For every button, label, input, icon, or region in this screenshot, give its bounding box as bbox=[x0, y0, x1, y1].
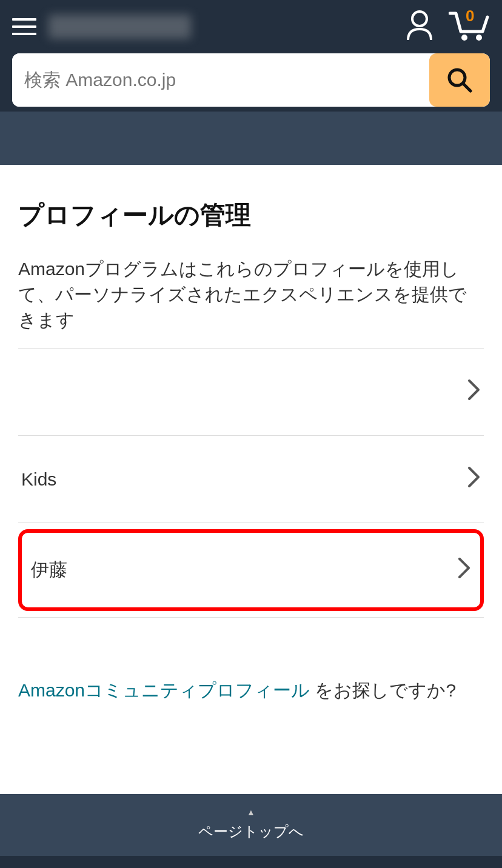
profile-item-0[interactable] bbox=[18, 349, 484, 436]
svg-point-2 bbox=[476, 35, 482, 41]
profile-item-kids[interactable]: Kids bbox=[18, 436, 484, 523]
profile-name: Kids bbox=[21, 469, 56, 490]
logo[interactable] bbox=[49, 15, 191, 39]
footer-links: Amazonトップ マイストア bbox=[0, 856, 502, 868]
profile-list: Kids 伊藤 bbox=[18, 348, 484, 611]
search-bar bbox=[12, 53, 490, 112]
page-title: プロフィールの管理 bbox=[18, 198, 484, 232]
page-top-label: ページトップへ bbox=[198, 823, 304, 840]
header: 0 bbox=[0, 0, 502, 165]
hamburger-menu-icon[interactable] bbox=[12, 13, 36, 40]
community-after-text: をお探しですか? bbox=[310, 680, 456, 700]
cart-count: 0 bbox=[466, 7, 474, 25]
svg-line-4 bbox=[463, 84, 470, 91]
header-bottom-bar bbox=[0, 112, 502, 165]
profile-item-ito[interactable]: 伊藤 bbox=[18, 529, 484, 611]
triangle-up-icon: ▲ bbox=[0, 807, 502, 817]
search-input[interactable] bbox=[12, 53, 429, 107]
community-section: Amazonコミュニティプロフィール をお探しですか? bbox=[18, 678, 484, 703]
chevron-right-icon bbox=[467, 379, 481, 405]
chevron-right-icon bbox=[467, 466, 481, 492]
chevron-right-icon bbox=[458, 557, 471, 583]
community-profile-link[interactable]: Amazonコミュニティプロフィール bbox=[18, 680, 310, 700]
header-top: 0 bbox=[0, 0, 502, 53]
cart-icon[interactable]: 0 bbox=[449, 10, 490, 44]
search-button[interactable] bbox=[429, 53, 490, 107]
svg-point-0 bbox=[412, 12, 427, 26]
search-icon bbox=[446, 67, 473, 93]
page-top-button[interactable]: ▲ ページトップへ bbox=[0, 794, 502, 856]
main-content: プロフィールの管理 Amazonプログラムはこれらのプロフィールを使用して、パー… bbox=[0, 165, 502, 721]
profile-name: 伊藤 bbox=[31, 558, 67, 583]
svg-point-1 bbox=[461, 35, 467, 41]
page-description: Amazonプログラムはこれらのプロフィールを使用して、パーソナライズされたエク… bbox=[18, 256, 484, 333]
user-icon[interactable] bbox=[406, 10, 433, 44]
